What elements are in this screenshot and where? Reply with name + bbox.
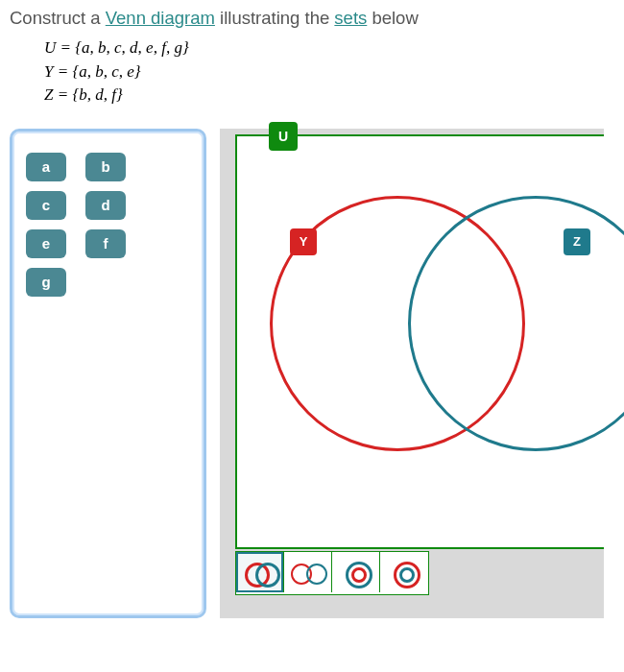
tool-two-overlap-outline[interactable] — [284, 552, 332, 592]
chip-e[interactable]: e — [26, 229, 66, 258]
set-U: U = {a, b, c, d, e, f, g} — [44, 36, 614, 60]
set-definitions: U = {a, b, c, d, e, f, g} Y = {a, b, c, … — [10, 36, 614, 108]
chip-f[interactable]: f — [85, 229, 126, 258]
set-Z: Z = {b, d, f} — [44, 84, 614, 108]
single-ring-a-icon — [339, 561, 373, 584]
prompt-pre: Construct a — [10, 8, 106, 28]
diagram-stage: U Y Z — [220, 129, 604, 618]
prompt-mid: illustrating the — [215, 8, 334, 28]
single-ring-b-icon — [387, 561, 421, 584]
workspace: a b c d e f g U Y Z — [10, 129, 614, 618]
set-Y: Y = {a, b, c, e} — [44, 60, 614, 84]
tool-two-overlap-filled[interactable] — [236, 552, 284, 592]
element-palette: a b c d e f g — [10, 129, 206, 618]
label-Z[interactable]: Z — [564, 228, 590, 255]
chip-c[interactable]: c — [26, 191, 66, 220]
chip-g[interactable]: g — [26, 268, 66, 297]
palette-grid: a b c d e f g — [26, 153, 190, 297]
chip-a[interactable]: a — [26, 153, 66, 181]
question-prompt: Construct a Venn diagram illustrating th… — [10, 8, 614, 29]
diagram-toolbar — [235, 551, 429, 595]
universe-label[interactable]: U — [269, 122, 298, 151]
chip-b[interactable]: b — [85, 153, 126, 181]
label-Y[interactable]: Y — [290, 228, 317, 255]
tool-single-ring-a[interactable] — [332, 552, 380, 592]
two-overlap-outline-icon — [291, 561, 325, 584]
venn-canvas[interactable]: U Y Z — [235, 134, 604, 549]
tool-single-ring-b[interactable] — [380, 552, 428, 592]
chip-d[interactable]: d — [85, 191, 126, 220]
two-overlap-filled-icon — [243, 561, 277, 584]
prompt-post: below — [367, 8, 418, 28]
link-venn-diagram[interactable]: Venn diagram — [106, 8, 215, 28]
link-sets[interactable]: sets — [334, 8, 367, 28]
